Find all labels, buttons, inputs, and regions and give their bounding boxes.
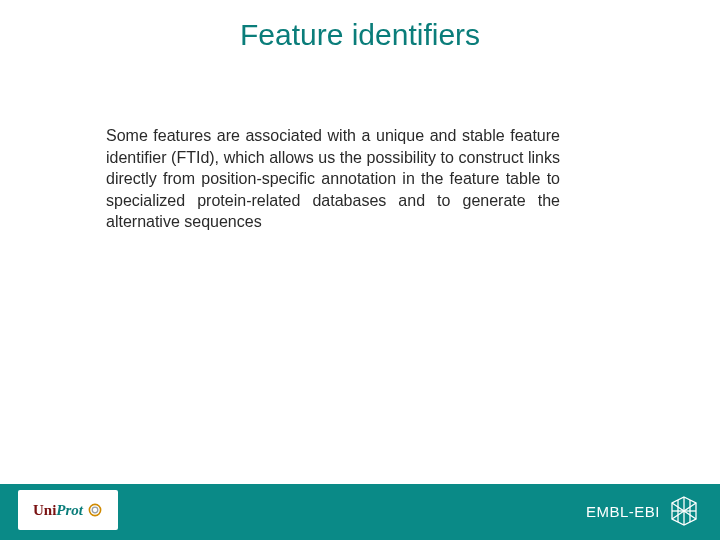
embl-ebi-text: EMBL-EBI xyxy=(586,503,660,520)
slide-title: Feature identifiers xyxy=(0,18,720,52)
svg-point-0 xyxy=(89,504,100,515)
uniprot-logo-uni: Uni xyxy=(33,502,56,519)
uniprot-swirl-icon xyxy=(87,502,103,518)
uniprot-logo: UniProt xyxy=(18,490,118,530)
svg-point-1 xyxy=(92,507,98,513)
slide: Feature identifiers Some features are as… xyxy=(0,0,720,540)
embl-ebi-logo: EMBL-EBI xyxy=(586,496,698,526)
embl-ebi-mark-icon xyxy=(670,496,698,526)
uniprot-logo-prot: Prot xyxy=(56,502,83,519)
body-paragraph: Some features are associated with a uniq… xyxy=(106,125,560,233)
footer-bar: UniProt EMBL-EBI xyxy=(0,484,720,540)
